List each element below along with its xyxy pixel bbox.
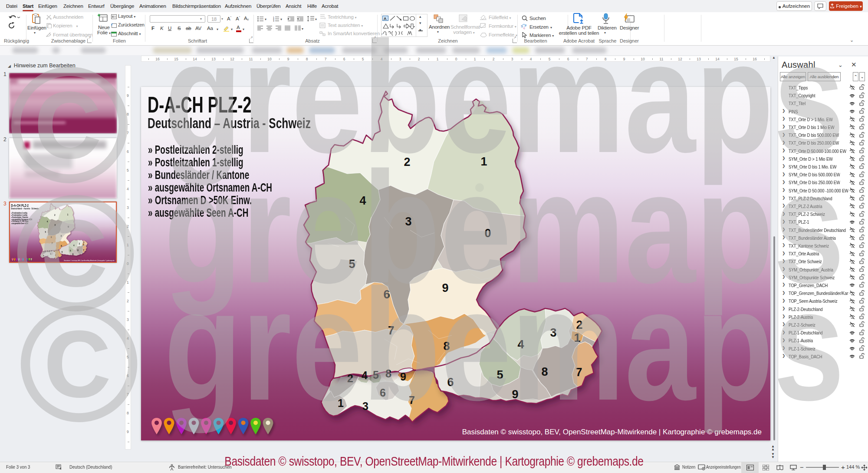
svg-text:5: 5 [496, 368, 503, 381]
svg-text:2: 2 [347, 372, 353, 384]
svg-text:8: 8 [443, 340, 450, 353]
svg-text:8: 8 [51, 250, 52, 252]
svg-text:1: 1 [43, 255, 44, 257]
svg-text:8: 8 [385, 367, 391, 380]
svg-text:9: 9 [400, 370, 406, 383]
svg-text:3: 3 [405, 215, 411, 228]
svg-text:6: 6 [447, 376, 454, 389]
svg-text:3: 3 [273, 20, 274, 22]
svg-text:4: 4 [362, 369, 368, 381]
svg-text:S: S [521, 24, 523, 28]
svg-text:4: 4 [47, 250, 48, 252]
svg-text:3: 3 [550, 326, 556, 339]
svg-text:7: 7 [55, 255, 56, 256]
svg-text:3: 3 [47, 255, 48, 257]
svg-text:9: 9 [512, 388, 518, 401]
svg-text:4: 4 [517, 338, 524, 351]
svg-text:5: 5 [349, 258, 355, 271]
svg-text:2: 2 [576, 318, 582, 331]
svg-text:2: 2 [45, 251, 46, 252]
svg-text:2: 2 [404, 155, 410, 169]
svg-text:A: A [384, 17, 387, 21]
svg-text:9: 9 [54, 251, 55, 252]
svg-text:5: 5 [49, 250, 50, 252]
svg-text:1: 1 [338, 397, 344, 409]
svg-text:1: 1 [480, 155, 487, 168]
svg-text:6: 6 [50, 253, 51, 255]
svg-text:1: 1 [574, 331, 580, 344]
svg-text:4: 4 [359, 194, 366, 207]
svg-text:7: 7 [575, 366, 582, 379]
svg-text:9: 9 [442, 281, 448, 294]
svg-text:7: 7 [388, 324, 394, 337]
svg-text:7: 7 [409, 394, 415, 406]
svg-text:8: 8 [541, 365, 548, 378]
svg-text:5: 5 [373, 369, 379, 381]
svg-text:c: c [523, 26, 525, 30]
svg-text:0: 0 [484, 227, 491, 240]
svg-text:6: 6 [380, 387, 386, 399]
svg-text:3: 3 [362, 400, 368, 412]
svg-text:6: 6 [383, 288, 390, 301]
